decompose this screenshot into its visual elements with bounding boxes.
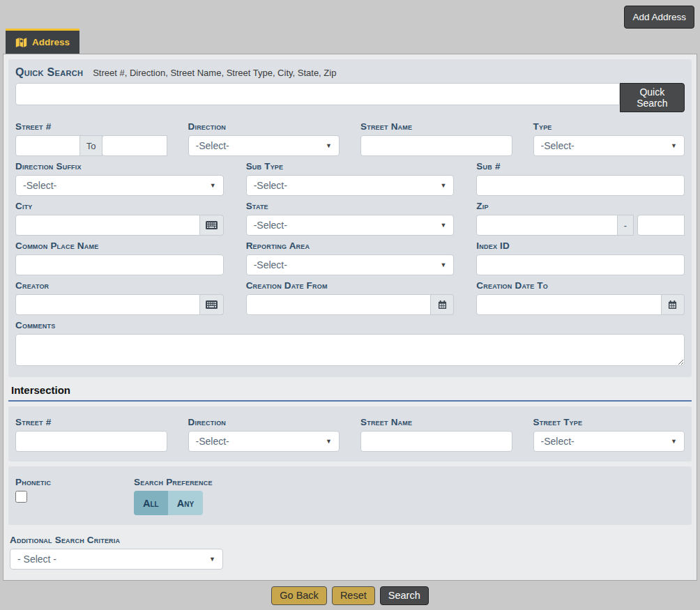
address-row-4: Common Place Name Reporting Area -Select…	[15, 236, 685, 275]
top-bar: Add Address	[0, 0, 700, 29]
zip-ext-input[interactable]	[637, 215, 685, 236]
street-name-input[interactable]	[360, 135, 512, 156]
comments-textarea[interactable]	[15, 334, 685, 366]
search-preference-toggle: All Any	[134, 491, 213, 515]
comments-label: Comments	[15, 320, 685, 330]
search-preference-label: Search Preference	[134, 477, 213, 487]
intersection-fieldset: Street # Direction -Select- ▼ Street Nam…	[8, 406, 692, 462]
footer-bar: Go Back Reset Search	[0, 581, 700, 610]
creation-date-from-label: Creation Date From	[246, 280, 455, 291]
intersection-heading: Intersection	[8, 377, 692, 400]
zip-input[interactable]	[476, 215, 617, 236]
direction-label: Direction	[188, 121, 340, 132]
field-creation-date-to: Creation Date To	[476, 275, 685, 315]
field-index-id: Index ID	[476, 236, 685, 275]
chevron-down-icon: ▼	[209, 556, 215, 563]
tab-address[interactable]: Address	[6, 29, 79, 54]
add-address-button[interactable]: Add Address	[624, 6, 694, 29]
chevron-down-icon: ▼	[671, 438, 677, 445]
preference-any-button[interactable]: Any	[168, 491, 203, 515]
state-select[interactable]: -Select- ▼	[246, 215, 455, 236]
chevron-down-icon: ▼	[440, 261, 446, 268]
tab-address-label: Address	[32, 37, 70, 47]
int-direction-select[interactable]: -Select- ▼	[188, 431, 340, 452]
int-street-number-label: Street #	[15, 417, 167, 427]
city-keyboard-button[interactable]	[200, 215, 224, 236]
preference-all-button[interactable]: All	[134, 491, 168, 515]
int-street-name-input[interactable]	[360, 431, 512, 452]
quick-search-hint: Street #, Direction, Street Name, Street…	[93, 68, 336, 78]
creation-date-from-input[interactable]	[246, 294, 432, 315]
sub-number-input[interactable]	[476, 175, 685, 196]
address-row-3: City	[15, 196, 685, 236]
creation-date-from-calendar-button[interactable]	[431, 294, 454, 315]
state-label: State	[246, 201, 455, 211]
creator-label: Creator	[15, 280, 224, 291]
creator-keyboard-button[interactable]	[200, 294, 224, 315]
sub-type-select[interactable]: -Select- ▼	[246, 175, 455, 196]
creation-date-to-calendar-button[interactable]	[662, 294, 685, 315]
street-number-label: Street #	[15, 121, 167, 132]
index-id-input[interactable]	[476, 254, 685, 275]
reporting-area-label: Reporting Area	[246, 241, 455, 251]
field-phonetic: Phonetic	[15, 472, 134, 515]
reporting-area-select-value: -Select-	[254, 259, 287, 270]
int-direction-select-value: -Select-	[196, 436, 229, 447]
options-fieldset: Phonetic Search Preference All Any	[8, 466, 692, 525]
type-select[interactable]: -Select- ▼	[533, 135, 685, 156]
quick-search-button[interactable]: Quick Search	[620, 83, 685, 112]
field-state: State -Select- ▼	[246, 196, 455, 236]
common-place-name-input[interactable]	[15, 254, 224, 275]
calendar-icon	[668, 300, 677, 310]
phonetic-checkbox[interactable]	[15, 491, 27, 503]
zip-label: Zip	[476, 201, 685, 211]
additional-criteria-section: Additional Search Criteria - Select - ▼ …	[8, 525, 692, 581]
int-street-type-select[interactable]: -Select- ▼	[533, 431, 685, 452]
keyboard-icon	[206, 300, 218, 309]
search-panel: Quick Search Street #, Direction, Street…	[3, 54, 697, 581]
direction-select-value: -Select-	[196, 140, 229, 151]
intersection-row: Street # Direction -Select- ▼ Street Nam…	[15, 412, 685, 452]
additional-criteria-select[interactable]: - Select - ▼	[10, 549, 223, 570]
to-addon: To	[80, 135, 103, 156]
street-number-from-input[interactable]	[15, 135, 80, 156]
quick-search-header: Quick Search Street #, Direction, Street…	[15, 65, 685, 82]
city-label: City	[15, 201, 224, 211]
reset-button[interactable]: Reset	[332, 586, 375, 605]
type-label: Type	[533, 121, 685, 132]
reporting-area-select[interactable]: -Select- ▼	[246, 254, 455, 275]
keyboard-icon	[206, 221, 218, 229]
field-int-street-name: Street Name	[360, 412, 512, 452]
int-street-number-input[interactable]	[15, 431, 167, 452]
sub-number-label: Sub #	[476, 161, 685, 171]
search-button[interactable]: Search	[380, 586, 429, 605]
field-int-street-type: Street Type -Select- ▼	[533, 412, 685, 452]
field-reporting-area: Reporting Area -Select- ▼	[246, 236, 455, 275]
field-type: Type -Select- ▼	[533, 116, 685, 156]
map-icon	[15, 38, 27, 47]
street-number-to-input[interactable]	[102, 135, 167, 156]
field-city: City	[15, 196, 224, 236]
chevron-down-icon: ▼	[326, 438, 332, 445]
direction-select[interactable]: -Select- ▼	[188, 135, 340, 156]
direction-suffix-select[interactable]: -Select- ▼	[15, 175, 224, 196]
quick-search-label: Quick Search	[15, 66, 83, 79]
common-place-name-label: Common Place Name	[15, 241, 224, 251]
address-row-5: Creator	[15, 275, 685, 315]
field-direction-suffix: Direction Suffix -Select- ▼	[15, 156, 224, 196]
field-direction: Direction -Select- ▼	[188, 116, 340, 156]
chevron-down-icon: ▼	[440, 222, 446, 229]
creation-date-to-input[interactable]	[476, 294, 662, 315]
tab-bar: Address	[0, 29, 700, 54]
quick-search-input[interactable]	[15, 83, 620, 105]
int-street-type-label: Street Type	[533, 417, 685, 427]
creator-input[interactable]	[15, 294, 200, 315]
field-zip: Zip -	[476, 196, 685, 236]
chevron-down-icon: ▼	[210, 182, 216, 189]
field-int-street-number: Street #	[15, 412, 167, 452]
city-input[interactable]	[15, 215, 200, 236]
field-sub-number: Sub #	[476, 156, 685, 196]
field-creation-date-from: Creation Date From	[246, 275, 455, 315]
go-back-button[interactable]: Go Back	[271, 586, 327, 605]
address-search-page: Add Address Address Quick Search Street …	[0, 0, 700, 610]
